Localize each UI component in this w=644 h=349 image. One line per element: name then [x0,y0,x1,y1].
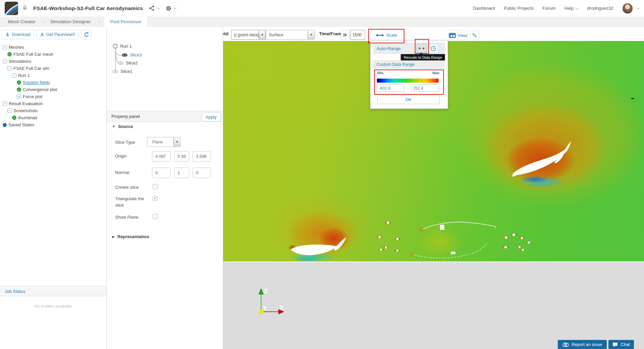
collapse-icon[interactable]: − [3,101,7,106]
app-window: FSAE-Workshop-S2-Full Car Aerodynamics D… [0,0,644,349]
step-play-icon [343,33,347,37]
visibility-ring-icon[interactable] [113,44,118,49]
get-paraview-button[interactable]: Get ParaView® [36,30,79,39]
tab-separator-icon [96,19,100,23]
report-issue-button[interactable]: Report an issue [558,340,607,349]
origin-x-input[interactable] [152,151,171,162]
collapse-icon[interactable]: − [3,45,7,49]
clock-icon [431,46,436,51]
scalar-bar-dash [631,98,634,99]
tree-item-result-evaluation[interactable]: −Result Evaluation [0,100,106,107]
tree-item-fsae-mesh[interactable]: ✓FSAE Full Car mesh [0,51,106,58]
dropdown-arrow-icon[interactable]: ▼ [174,137,180,146]
tree-item-screenshots[interactable]: −Screenshots [0,107,106,114]
collapse-icon[interactable]: − [7,108,12,113]
origin-z-input[interactable] [193,151,211,162]
download-button[interactable]: Download [2,30,34,39]
refresh-button[interactable] [81,30,92,39]
pipeline-item-slice3[interactable]: Slice3 [122,52,142,57]
fit-view-button[interactable] [470,31,479,40]
project-title: FSAE-Workshop-S2-Full Car Aerodynamics [33,5,143,11]
settings-button[interactable] [165,5,176,11]
collapse-icon[interactable]: − [12,73,16,78]
range-max-input[interactable] [411,85,439,92]
property-panel-header: Property panel Apply [107,111,223,122]
time-frame-input[interactable] [350,30,365,40]
eye-hidden-icon[interactable] [118,61,123,65]
tree-item-convergence-plot[interactable]: ✓Convergence plot [0,86,106,93]
range-min-input[interactable] [377,85,404,92]
username-label[interactable]: drodriguez32 [587,6,613,11]
check-icon: ✓ [17,80,21,85]
view-button[interactable]: View [448,31,468,40]
origin-y-input[interactable] [174,151,189,162]
rescale-over-time-button[interactable] [428,44,438,53]
normal-y-input[interactable] [174,168,189,178]
tree-item-fsae-sim[interactable]: −FSAE Full Car sim [0,65,106,72]
pipeline-tree: Run 1 Slice3 Slice2 Slice1 [107,41,223,111]
representation-section-header[interactable]: ▶ Representation [112,234,149,239]
app-header: FSAE-Workshop-S2-Full Car Aerodynamics D… [0,0,644,16]
rescale-to-data-range-button[interactable] [416,44,427,53]
simscale-logo[interactable] [5,2,18,15]
apply-button[interactable]: Apply [202,112,220,122]
nav-dashboard[interactable]: Dashboard [473,6,495,11]
normal-x-input[interactable] [152,168,171,178]
chat-bubble-icon [612,342,618,347]
user-chevron-icon[interactable] [637,6,640,9]
tree-item-meshes[interactable]: −Meshes [0,44,106,51]
custom-data-range-row: Custom Data Range [373,60,445,69]
tab-mesh-creator[interactable]: Mesh Creator [7,16,37,27]
field-select[interactable]: p [point-data] ▼ [231,30,266,40]
dropdown-arrow-icon[interactable]: ▼ [308,30,314,39]
ok-button[interactable]: OK [377,95,440,104]
nav-help[interactable]: Help [564,6,578,11]
collapse-icon[interactable]: − [7,66,12,71]
crinkle-slice-label: Crinkle slice [115,185,139,190]
pipeline-connectors [107,41,223,111]
triangle-right-icon: ▶ [112,235,115,238]
chat-button[interactable]: Chat [608,340,634,349]
source-section-header[interactable]: ▼ Source [112,124,133,129]
filter-panel: Run 1 Slice3 Slice2 Slice1 Property pane… [107,27,223,349]
eye-hidden-icon[interactable] [112,70,118,73]
pipeline-item-slice1[interactable]: Slice1 [112,69,132,74]
crinkle-slice-checkbox[interactable] [153,184,158,189]
tab-simulation-designer[interactable]: Simulation Designer [49,16,92,27]
check-icon: ✓ [154,196,157,201]
representation-select[interactable]: Surface ▼ [266,30,315,40]
tree-item-saved-states[interactable]: Saved States [0,121,106,128]
tab-post-processor[interactable]: Post-Processor [104,16,147,27]
scale-button[interactable]: Scale [373,30,400,40]
triangulate-checkbox[interactable]: ✓ [153,196,158,201]
tree-item-run1[interactable]: −Run 1 [0,72,106,79]
pipeline-item-slice2[interactable]: Slice2 [118,60,138,66]
slice-type-select[interactable]: Plane ▼ [147,137,181,147]
tree-item-simulations[interactable]: −Simulations [0,58,106,65]
collapse-icon[interactable]: − [3,59,7,63]
tree-item-thumbnail[interactable]: ✓thumbnail [0,114,106,121]
triangulate-label: Triangulate the slice [115,195,146,208]
tree-item-force-plot[interactable]: +Force plot [0,93,106,100]
nav-forum[interactable]: Forum [542,6,555,11]
expand-icon[interactable]: + [17,94,21,99]
download-icon [5,32,10,37]
colormap-gradient-bar [377,79,439,83]
settings-chevron-icon [174,6,177,9]
triangle-down-icon: ▼ [112,125,115,128]
eye-visible-icon[interactable] [122,53,128,57]
suspension-dots-rear [503,233,531,251]
dropdown-arrow-icon[interactable]: ▼ [259,30,265,39]
pipeline-item-run1[interactable]: Run 1 [113,44,132,49]
suspension-dots-front [377,221,400,252]
nav-public-projects[interactable]: Public Projects [504,6,534,11]
share-button[interactable] [149,5,159,11]
axis-y-label: Y [263,306,267,312]
normal-z-input[interactable] [193,168,211,178]
slice-type-label: Slice Type [115,140,135,145]
tree-item-solution-fields[interactable]: ✓Solution fields [0,79,106,86]
axis-z-label: Z [264,288,268,294]
play-frame-button[interactable] [341,30,350,40]
show-plane-checkbox[interactable] [153,214,158,219]
avatar[interactable] [622,3,633,14]
